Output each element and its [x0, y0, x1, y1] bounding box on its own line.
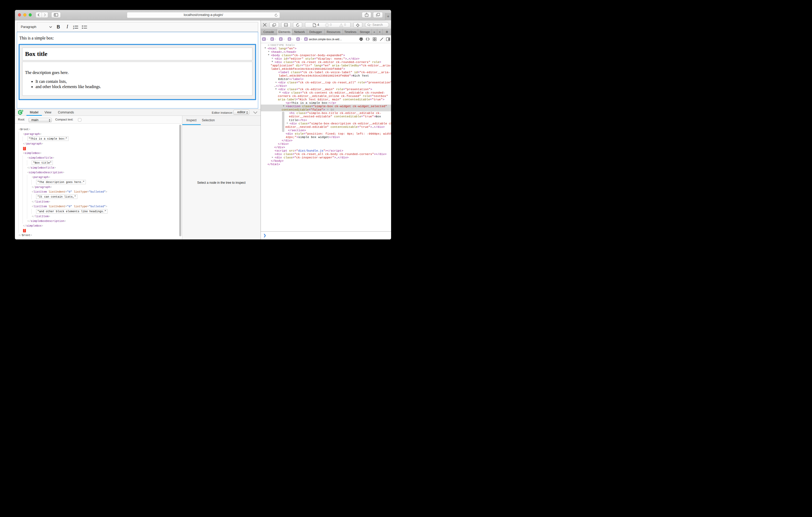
svg-text:2: 2: [73, 27, 74, 29]
svg-text:5: 5: [22, 110, 23, 112]
